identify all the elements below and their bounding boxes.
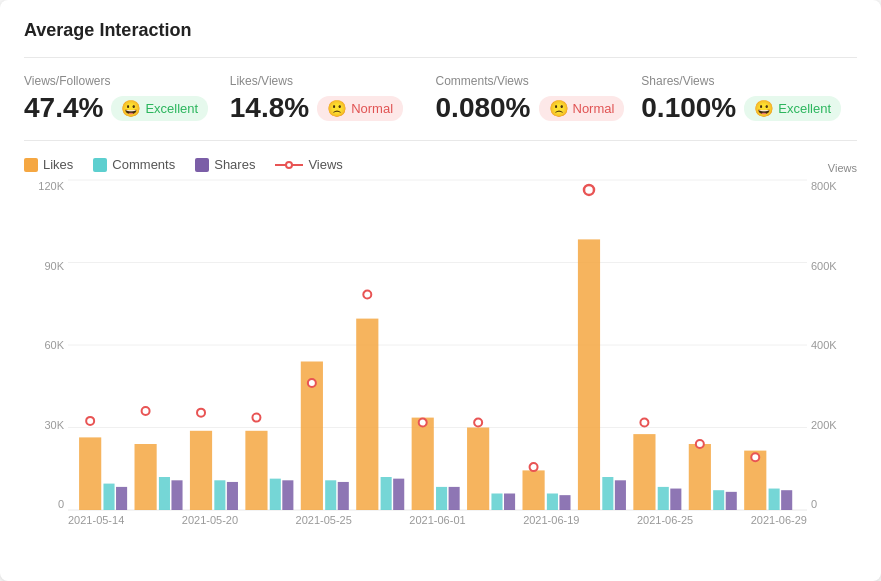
x-label: 2021-05-14 — [68, 514, 124, 526]
legend-label: Views — [308, 157, 342, 172]
legend-label: Shares — [214, 157, 255, 172]
svg-point-54 — [640, 419, 648, 427]
legend-color-box — [93, 158, 107, 172]
y-left-label: 60K — [44, 339, 64, 351]
metric-item: Comments/Views 0.080% 🙁 Normal — [436, 74, 642, 124]
sad-icon: 🙁 — [327, 99, 347, 118]
svg-rect-26 — [467, 428, 489, 511]
legend-item: Likes — [24, 157, 73, 172]
metric-label: Shares/Views — [641, 74, 841, 88]
metric-value-row: 0.100% 😀 Excellent — [641, 92, 841, 124]
svg-point-49 — [363, 291, 371, 299]
svg-point-55 — [696, 440, 704, 448]
svg-rect-9 — [159, 477, 170, 510]
svg-rect-42 — [769, 489, 780, 510]
y-right-label: 800K — [811, 180, 837, 192]
x-axis-labels: 2021-05-142021-05-202021-05-252021-06-01… — [68, 514, 807, 526]
y-left-label: 120K — [38, 180, 64, 192]
metric-value-row: 14.8% 🙁 Normal — [230, 92, 420, 124]
metric-value: 0.100% — [641, 92, 736, 124]
svg-rect-13 — [227, 482, 238, 510]
svg-rect-29 — [522, 470, 544, 510]
svg-point-56 — [751, 453, 759, 461]
svg-point-47 — [252, 414, 260, 422]
svg-rect-43 — [781, 490, 792, 510]
y-axis-right: 0200K400K600K800K — [807, 180, 857, 510]
metric-item: Likes/Views 14.8% 🙁 Normal — [230, 74, 436, 124]
y-right-label: 200K — [811, 419, 837, 431]
y-left-label: 90K — [44, 260, 64, 272]
svg-rect-36 — [658, 487, 669, 510]
x-label: 2021-06-25 — [637, 514, 693, 526]
legend-item: Views — [275, 157, 342, 172]
svg-rect-34 — [615, 480, 626, 510]
metrics-row: Views/Followers 47.4% 😀 Excellent Likes/… — [24, 74, 857, 124]
svg-rect-22 — [393, 479, 404, 510]
metric-value: 0.080% — [436, 92, 531, 124]
smiley-icon: 😀 — [754, 99, 774, 118]
metric-value: 47.4% — [24, 92, 103, 124]
metric-value-row: 0.080% 🙁 Normal — [436, 92, 626, 124]
svg-rect-30 — [547, 494, 558, 511]
metric-badge: 🙁 Normal — [539, 96, 625, 121]
y-right-label: 0 — [811, 498, 817, 510]
svg-point-53 — [584, 185, 594, 195]
svg-point-50 — [419, 419, 427, 427]
x-label: 2021-05-20 — [182, 514, 238, 526]
svg-rect-5 — [79, 437, 101, 510]
svg-rect-28 — [504, 494, 515, 511]
svg-point-48 — [308, 379, 316, 387]
y-right-label: 600K — [811, 260, 837, 272]
svg-rect-24 — [436, 487, 447, 510]
svg-rect-18 — [325, 480, 336, 510]
card-title: Average Interaction — [24, 20, 857, 41]
metric-item: Shares/Views 0.100% 😀 Excellent — [641, 74, 857, 124]
svg-rect-33 — [602, 477, 613, 510]
svg-rect-15 — [270, 479, 281, 510]
svg-rect-10 — [171, 480, 182, 510]
svg-rect-19 — [338, 482, 349, 510]
metric-badge: 😀 Excellent — [111, 96, 208, 121]
svg-rect-12 — [214, 480, 225, 510]
divider — [24, 57, 857, 58]
svg-point-52 — [530, 463, 538, 471]
svg-point-44 — [86, 417, 94, 425]
svg-rect-27 — [491, 494, 502, 511]
metric-item: Views/Followers 47.4% 😀 Excellent — [24, 74, 230, 124]
svg-rect-32 — [578, 239, 600, 510]
svg-rect-7 — [116, 487, 127, 510]
svg-rect-25 — [449, 487, 460, 510]
legend-line-indicator — [275, 161, 303, 169]
smiley-icon: 😀 — [121, 99, 141, 118]
x-label: 2021-06-29 — [751, 514, 807, 526]
legend-label: Likes — [43, 157, 73, 172]
chart-svg — [68, 180, 807, 510]
svg-rect-39 — [713, 490, 724, 510]
svg-point-45 — [142, 407, 150, 415]
svg-rect-35 — [633, 434, 655, 510]
metric-label: Comments/Views — [436, 74, 626, 88]
svg-rect-31 — [559, 495, 570, 510]
metric-value-row: 47.4% 😀 Excellent — [24, 92, 214, 124]
chart-legend: LikesCommentsSharesViews — [24, 157, 857, 172]
y-right-label: 400K — [811, 339, 837, 351]
y-left-label: 30K — [44, 419, 64, 431]
y-left-label: 0 — [58, 498, 64, 510]
badge-label: Excellent — [778, 101, 831, 116]
badge-label: Excellent — [145, 101, 198, 116]
svg-rect-6 — [103, 484, 114, 510]
metric-badge: 🙁 Normal — [317, 96, 403, 121]
x-label: 2021-05-25 — [296, 514, 352, 526]
svg-point-51 — [474, 419, 482, 427]
badge-label: Normal — [573, 101, 615, 116]
svg-rect-20 — [356, 319, 378, 510]
metric-label: Views/Followers — [24, 74, 214, 88]
legend-color-box — [24, 158, 38, 172]
legend-item: Shares — [195, 157, 255, 172]
legend-item: Comments — [93, 157, 175, 172]
badge-label: Normal — [351, 101, 393, 116]
svg-rect-40 — [726, 492, 737, 510]
svg-rect-21 — [381, 477, 392, 510]
svg-rect-37 — [670, 489, 681, 510]
sad-icon: 🙁 — [549, 99, 569, 118]
